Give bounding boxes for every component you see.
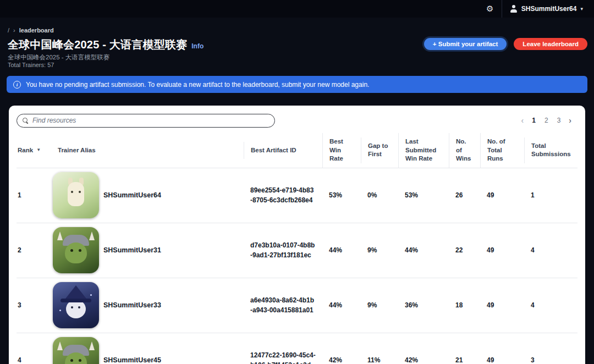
person-icon (510, 5, 518, 13)
table-row: 4 SHSummitUser45 12477c22-1690-45c4-b106… (16, 333, 578, 364)
column-header-rank[interactable]: Rank ▼ (16, 142, 53, 159)
last-submitted-win-rate-cell: 42% (398, 356, 449, 364)
trainer-cell: SHSummitUser45 (53, 337, 244, 364)
best-win-rate-cell: 44% (322, 301, 361, 309)
page-number-1[interactable]: 1 (529, 115, 539, 125)
page: ⚙ SHSummitUser64 ▾ / › leaderboard 全球中国峰… (0, 0, 594, 364)
trainer-alias: SHSummitUser45 (103, 356, 161, 364)
search-icon (23, 118, 29, 124)
pagination: ‹ 1 2 3 › (519, 115, 574, 125)
no-of-wins-cell: 22 (449, 246, 480, 254)
info-link[interactable]: Info (191, 42, 204, 50)
breadcrumb: / › leaderboard (8, 27, 54, 34)
table-row: 2 SHSummitUser31 d7e3b10a-0107-4b8b-9ad1… (16, 223, 578, 278)
column-header-last-submitted-win-rate: Last Submitted Win Rate (398, 133, 449, 168)
trainer-avatar (53, 172, 99, 218)
rank-cell: 3 (16, 301, 53, 309)
leave-leaderboard-button[interactable]: Leave leaderboard (514, 38, 587, 50)
topbar: ⚙ SHSummitUser64 ▾ (0, 0, 594, 18)
trainer-avatar (53, 227, 99, 273)
trainer-avatar (53, 337, 99, 364)
no-of-wins-cell: 26 (449, 191, 480, 199)
gear-icon[interactable]: ⚙ (482, 1, 498, 17)
trainer-alias: SHSummitUser64 (103, 191, 161, 199)
breadcrumb-separator-icon: › (13, 27, 15, 34)
best-artifact-id-cell: 12477c22-1690-45c4-b106-b7f1452e1e3d (244, 350, 322, 364)
user-name: SHSummitUser64 (521, 5, 577, 13)
best-artifact-id-cell: 89ee2554-e719-4b83-8705-6c3dcfb268e4 (244, 185, 322, 205)
column-header-best-artifact-id: Best Artifact ID (244, 142, 322, 159)
best-artifact-id-cell: a6e4930a-8a62-4b1b-a943-00a415881a01 (244, 295, 322, 315)
rank-cell: 2 (16, 246, 53, 254)
trainer-cell: SHSummitUser64 (53, 172, 244, 218)
search-box (16, 114, 275, 128)
total-submissions-cell: 4 (524, 246, 578, 254)
submit-artifact-button[interactable]: + Submit your artifact (424, 38, 507, 50)
gap-to-first-cell: 11% (361, 356, 398, 364)
gap-to-first-cell: 0% (361, 191, 398, 199)
trainer-alias: SHSummitUser33 (103, 301, 161, 309)
no-of-wins-cell: 18 (449, 301, 480, 309)
column-header-trainer-alias: Trainer Alias (53, 142, 244, 159)
trainer-avatar (53, 282, 99, 328)
page-subtitle: 全球中国峰会2025 - 大语言模型联赛 (8, 53, 109, 62)
total-submissions-cell: 4 (524, 301, 578, 309)
no-of-wins-cell: 21 (449, 356, 480, 364)
rank-cell: 4 (16, 356, 53, 364)
table-row: 1 SHSummitUser64 89ee2554-e719-4b83-8705… (16, 168, 578, 223)
trainer-alias: SHSummitUser31 (103, 246, 161, 254)
gap-to-first-cell: 9% (361, 246, 398, 254)
no-of-total-runs-cell: 49 (480, 356, 524, 364)
table-header-row: Rank ▼ Trainer Alias Best Artifact ID Be… (16, 133, 578, 168)
chevron-down-icon: ▾ (580, 6, 583, 12)
breadcrumb-root[interactable]: / (8, 27, 9, 34)
page-prev-icon[interactable]: ‹ (519, 117, 527, 124)
no-of-total-runs-cell: 49 (480, 191, 524, 199)
column-header-best-win-rate: Best Win Rate (322, 133, 361, 168)
banner-text: You have no pending artifact submission.… (26, 81, 369, 89)
best-artifact-id-cell: d7e3b10a-0107-4b8b-9ad1-27bf13f181ec (244, 240, 322, 260)
total-trainers: Total Trainers: 57 (8, 62, 54, 68)
last-submitted-win-rate-cell: 36% (398, 301, 449, 309)
page-number-3[interactable]: 3 (554, 115, 564, 125)
breadcrumb-page[interactable]: leaderboard (19, 27, 54, 34)
no-of-total-runs-cell: 49 (480, 246, 524, 254)
gap-to-first-cell: 9% (361, 301, 398, 309)
total-submissions-cell: 3 (524, 356, 578, 364)
column-header-no-of-total-runs: No. of Total Runs (480, 133, 524, 168)
trainer-cell: SHSummitUser31 (53, 227, 244, 273)
best-win-rate-cell: 44% (322, 246, 361, 254)
table-row: 3 SHSummitUser33 a6e4930a-8a62-4b1b-a943… (16, 278, 578, 333)
last-submitted-win-rate-cell: 53% (398, 191, 449, 199)
user-menu[interactable]: SHSummitUser64 ▾ (502, 0, 588, 18)
best-win-rate-cell: 53% (322, 191, 361, 199)
rank-cell: 1 (16, 191, 53, 199)
column-header-total-submissions: Total Submissions (524, 137, 578, 163)
trainer-cell: SHSummitUser33 (53, 282, 244, 328)
best-win-rate-cell: 42% (322, 356, 361, 364)
page-next-icon[interactable]: › (566, 117, 574, 124)
leaderboard-table: Rank ▼ Trainer Alias Best Artifact ID Be… (16, 133, 578, 364)
search-input[interactable] (32, 117, 269, 124)
column-header-no-of-wins: No. of Wins (449, 133, 480, 168)
total-submissions-cell: 1 (524, 191, 578, 199)
page-title: 全球中国峰会2025 - 大语言模型联赛 (8, 37, 187, 52)
page-number-2[interactable]: 2 (541, 115, 552, 125)
leaderboard-card: ‹ 1 2 3 › Rank ▼ Trainer Alias Best Arti… (9, 106, 585, 364)
table-body: 1 SHSummitUser64 89ee2554-e719-4b83-8705… (16, 168, 578, 364)
no-of-total-runs-cell: 49 (480, 301, 524, 309)
pending-submission-banner: i You have no pending artifact submissio… (7, 76, 587, 93)
sort-icon[interactable]: ▼ (36, 147, 41, 153)
last-submitted-win-rate-cell: 44% (398, 246, 449, 254)
info-icon: i (13, 81, 21, 89)
column-header-gap-to-first: Gap to First (361, 137, 398, 163)
